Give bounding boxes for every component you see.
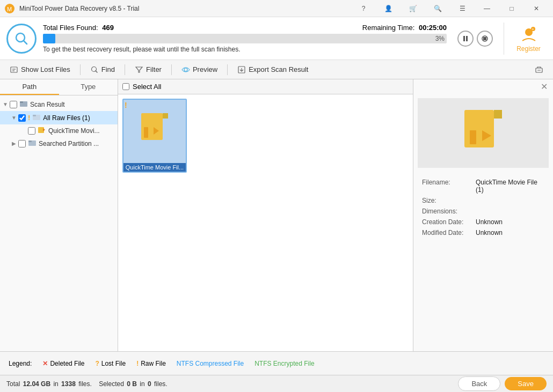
filename-row: Filename: QuickTime Movie File (1) <box>422 179 544 194</box>
legend-bar: Legend: ✕ Deleted File ? Lost File ! Raw… <box>0 351 553 375</box>
lost-label: Lost File <box>101 360 126 367</box>
svg-rect-4 <box>463 36 465 41</box>
legend-deleted: ✕ Deleted File <box>42 360 84 367</box>
modified-label: Modified Date: <box>422 229 476 236</box>
quicktime-checkbox[interactable] <box>28 127 35 135</box>
legend-lost: ? Lost File <box>95 360 126 367</box>
toolbar: Show Lost Files Find Filter Preview Expo… <box>0 60 553 79</box>
account-icon[interactable]: 👤 <box>376 0 401 17</box>
creation-value: Unknown <box>476 218 503 226</box>
lost-icon: ? <box>95 360 99 367</box>
total-size: 12.04 GB <box>23 380 50 388</box>
svg-rect-32 <box>163 113 168 119</box>
app-title: MiniTool Power Data Recovery v8.5 - Tria… <box>19 5 351 12</box>
preview-close-area: ✕ <box>413 79 553 94</box>
filename-value: QuickTime Movie File (1) <box>476 179 544 194</box>
svg-rect-11 <box>11 67 17 72</box>
left-panel: Path Type ▼ Scan Result ▼ ! All R <box>0 79 118 351</box>
total-files-value: 469 <box>102 24 114 32</box>
select-all-checkbox[interactable] <box>122 83 129 90</box>
pause-button[interactable] <box>457 31 474 47</box>
close-button[interactable]: ✕ <box>524 0 549 17</box>
file-name-label: QuickTime Movie Fil... <box>123 163 186 172</box>
preview-close-button[interactable]: ✕ <box>537 80 551 93</box>
tree-item-quicktime[interactable]: QuickTime Movi... <box>0 124 118 137</box>
remaining-value: 00:25:00 <box>419 24 447 32</box>
selected-size: 0 B <box>127 380 137 388</box>
legend-raw: ! Raw File <box>136 360 166 367</box>
tree-item-all-raw-files[interactable]: ▼ ! All Raw Files (1) <box>0 111 118 124</box>
cart-icon[interactable]: 🛒 <box>401 0 425 17</box>
size-row: Size: <box>422 197 544 204</box>
show-lost-files-button[interactable]: Show Lost Files <box>4 63 76 76</box>
progress-message: To get the best recovery result, please … <box>43 46 447 53</box>
partition-checkbox[interactable] <box>18 140 26 147</box>
back-button[interactable]: Back <box>458 376 500 391</box>
modified-value: Unknown <box>476 229 503 236</box>
tree-item-searched-partition[interactable]: ▶ Searched Partition ... <box>0 137 118 150</box>
all-raw-files-label: All Raw Files (1) <box>43 114 90 122</box>
file-thumbnail: ! <box>123 100 186 162</box>
save-button[interactable]: Save <box>505 377 547 390</box>
tab-type[interactable]: Type <box>59 79 118 95</box>
preview-image-area <box>418 98 549 168</box>
toolbar-action-button[interactable] <box>529 63 549 76</box>
help-icon[interactable]: ? <box>351 0 376 17</box>
preview-button[interactable]: Preview <box>176 63 223 76</box>
deleted-label: Deleted File <box>50 360 84 367</box>
legend-ntfs-encrypted: NTFS Encrypted File <box>254 360 314 367</box>
selected-files: 0 <box>148 380 151 388</box>
register-button[interactable]: + Register <box>504 23 547 55</box>
menu-icon[interactable]: ☰ <box>450 0 475 17</box>
find-button[interactable]: Find <box>85 63 120 76</box>
minimize-button[interactable]: — <box>475 0 499 17</box>
stop-button[interactable] <box>477 31 493 47</box>
toolbar-right <box>529 63 549 76</box>
tab-path[interactable]: Path <box>0 79 59 95</box>
svg-rect-38 <box>470 130 476 144</box>
progress-percent: 3% <box>435 34 445 43</box>
maximize-button[interactable]: □ <box>499 0 524 17</box>
svg-rect-7 <box>483 37 486 40</box>
file-panel-header: Select All <box>118 79 413 94</box>
tab-bar: Path Type <box>0 79 118 95</box>
progress-area: Total Files Found: 469 Remaining Time: 0… <box>43 24 447 53</box>
filter-button[interactable]: Filter <box>129 63 167 76</box>
toolbar-separator-2 <box>125 64 125 75</box>
search-icon[interactable]: 🔍 <box>425 0 450 17</box>
svg-rect-35 <box>464 110 494 147</box>
scan-result-label: Scan Result <box>30 101 65 108</box>
partition-toggle[interactable]: ▶ <box>10 140 18 146</box>
tree-toggle[interactable]: ▼ <box>1 101 10 107</box>
preview-file-icon <box>462 109 505 157</box>
select-all-label: Select All <box>133 83 161 91</box>
quicktime-label: QuickTime Movi... <box>48 127 100 135</box>
svg-rect-25 <box>33 115 36 116</box>
file-panel: Select All ! QuickTime Movie Fil... <box>118 79 413 351</box>
svg-line-15 <box>96 71 97 72</box>
dimensions-row: Dimensions: <box>422 208 544 215</box>
raw-badge: ! <box>125 101 127 109</box>
window-controls: ? 👤 🛒 🔍 ☰ — □ ✕ <box>351 0 549 17</box>
export-button[interactable]: Export Scan Result <box>232 63 314 76</box>
scan-result-checkbox[interactable] <box>10 101 17 108</box>
raw-files-checkbox[interactable] <box>18 114 26 122</box>
progress-bar <box>43 34 55 43</box>
svg-rect-33 <box>144 127 148 138</box>
svg-text:M: M <box>7 6 12 12</box>
app-icon: M <box>4 3 15 14</box>
status-total-label: Total 12.04 GB in 1338 files. Selected 0… <box>6 380 168 388</box>
main-area: Path Type ▼ Scan Result ▼ ! All R <box>0 79 553 351</box>
svg-rect-23 <box>20 101 23 103</box>
progress-bar-container: 3% <box>43 34 447 43</box>
raw-files-toggle[interactable]: ▼ <box>10 115 18 121</box>
file-item-quicktime[interactable]: ! QuickTime Movie Fil... <box>122 99 187 173</box>
tree-item-scan-result[interactable]: ▼ Scan Result <box>0 98 118 111</box>
deleted-icon: ✕ <box>42 360 48 367</box>
register-label: Register <box>516 45 541 53</box>
scan-icon <box>6 24 37 54</box>
preview-panel: ✕ Filename: QuickTime Movie File (1) Siz… <box>413 79 553 351</box>
total-files-label: Total Files Found: 469 <box>43 24 114 32</box>
size-label: Size: <box>422 197 476 204</box>
creation-label: Creation Date: <box>422 218 476 226</box>
